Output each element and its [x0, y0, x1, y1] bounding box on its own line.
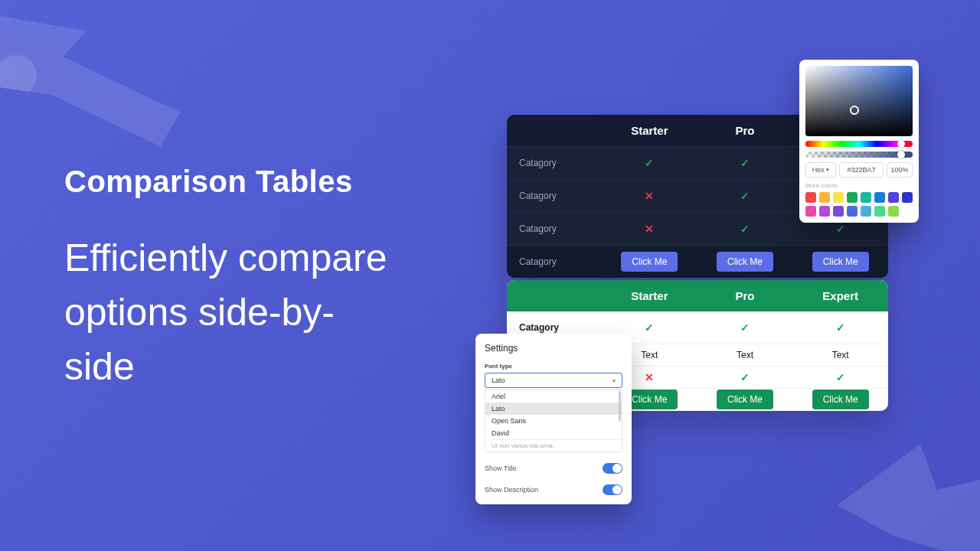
- color-swatch[interactable]: [819, 206, 830, 217]
- alpha-input[interactable]: 100%: [887, 162, 913, 178]
- slider-knob[interactable]: [897, 140, 905, 148]
- color-swatch[interactable]: [902, 192, 913, 203]
- cta-button[interactable]: Click Me: [812, 252, 869, 272]
- color-swatch[interactable]: [861, 206, 871, 217]
- font-option[interactable]: Ariel: [485, 390, 622, 403]
- font-select[interactable]: Lato ▾: [485, 373, 622, 388]
- check-icon: ✓: [645, 321, 654, 334]
- color-swatch[interactable]: [847, 192, 858, 203]
- show-title-toggle[interactable]: [603, 463, 622, 474]
- check-icon: ✓: [836, 321, 845, 334]
- color-swatch[interactable]: [833, 192, 844, 203]
- hue-slider[interactable]: [805, 141, 913, 147]
- more-colors-label: More colors: [805, 182, 913, 189]
- cross-icon: ✕: [645, 223, 654, 235]
- show-title-label: Show Title: [485, 465, 517, 472]
- color-gradient[interactable]: [805, 66, 913, 136]
- slider-knob[interactable]: [897, 151, 905, 158]
- check-icon: ✓: [740, 223, 750, 235]
- column-header: Starter: [602, 280, 697, 311]
- cta-button[interactable]: Click Me: [621, 252, 678, 272]
- cross-icon: ✕: [645, 371, 654, 383]
- alpha-slider[interactable]: [805, 152, 913, 158]
- font-option[interactable]: Open Sans: [485, 415, 622, 427]
- row-label: Catagory: [507, 246, 602, 278]
- color-cursor-icon[interactable]: [850, 106, 859, 115]
- check-icon: ✓: [740, 190, 750, 202]
- row-label: Catagory: [507, 213, 602, 245]
- font-option[interactable]: David: [485, 427, 622, 439]
- cell-text: Text: [697, 344, 793, 366]
- column-header: Starter: [602, 115, 697, 146]
- scrollbar[interactable]: [619, 391, 621, 422]
- show-description-toggle[interactable]: [603, 484, 622, 495]
- color-swatch[interactable]: [847, 206, 858, 217]
- chevron-down-icon: ▾: [826, 167, 829, 173]
- check-icon: ✓: [836, 371, 845, 383]
- column-header: Expert: [792, 280, 888, 311]
- font-options-dropdown: Ariel Lato Open Sans David Ut non varius…: [485, 390, 622, 452]
- settings-title: Settings: [485, 343, 622, 354]
- row-label: Catagory: [507, 180, 602, 212]
- cross-icon: ✕: [645, 190, 654, 202]
- cta-button[interactable]: Click Me: [812, 390, 869, 409]
- font-type-label: Font type: [485, 363, 512, 370]
- page-subtitle: Efficiently compare options side-by-side: [64, 231, 401, 394]
- color-swatch[interactable]: [819, 192, 830, 203]
- column-header: Pro: [697, 280, 793, 311]
- check-icon: ✓: [645, 157, 654, 169]
- color-swatches: [805, 192, 913, 217]
- placeholder-text: Ut non varius nisi urna.: [485, 439, 622, 452]
- check-icon: ✓: [740, 371, 750, 383]
- check-icon: ✓: [836, 223, 845, 235]
- color-swatch[interactable]: [805, 206, 816, 217]
- check-icon: ✓: [740, 157, 750, 169]
- settings-panel: Settings Font type Lato ▾ Ariel Lato Ope…: [475, 334, 632, 504]
- column-header: Pro: [697, 115, 793, 146]
- cta-button[interactable]: Click Me: [717, 390, 773, 409]
- color-mode-select[interactable]: Hex ▾: [805, 162, 836, 178]
- color-swatch[interactable]: [805, 192, 816, 203]
- color-swatch[interactable]: [888, 192, 899, 203]
- page-title: Comparison Tables: [64, 165, 401, 199]
- check-icon: ✓: [740, 321, 750, 334]
- cta-button[interactable]: Click Me: [717, 252, 773, 272]
- chevron-down-icon: ▾: [612, 377, 616, 384]
- show-description-label: Show Description: [485, 486, 538, 494]
- font-option[interactable]: Lato: [485, 403, 622, 415]
- color-picker: Hex ▾ #322BA7 100% More colors: [799, 60, 919, 223]
- hex-input[interactable]: #322BA7: [839, 162, 884, 178]
- color-swatch[interactable]: [833, 206, 844, 217]
- color-swatch[interactable]: [874, 192, 885, 203]
- row-label: Catagory: [507, 147, 602, 179]
- color-swatch[interactable]: [888, 206, 899, 217]
- hero: Comparison Tables Efficiently compare op…: [64, 165, 401, 394]
- cell-text: Text: [792, 344, 888, 366]
- bg-decoration: [819, 429, 980, 551]
- color-swatch[interactable]: [861, 192, 871, 203]
- color-swatch[interactable]: [874, 206, 885, 217]
